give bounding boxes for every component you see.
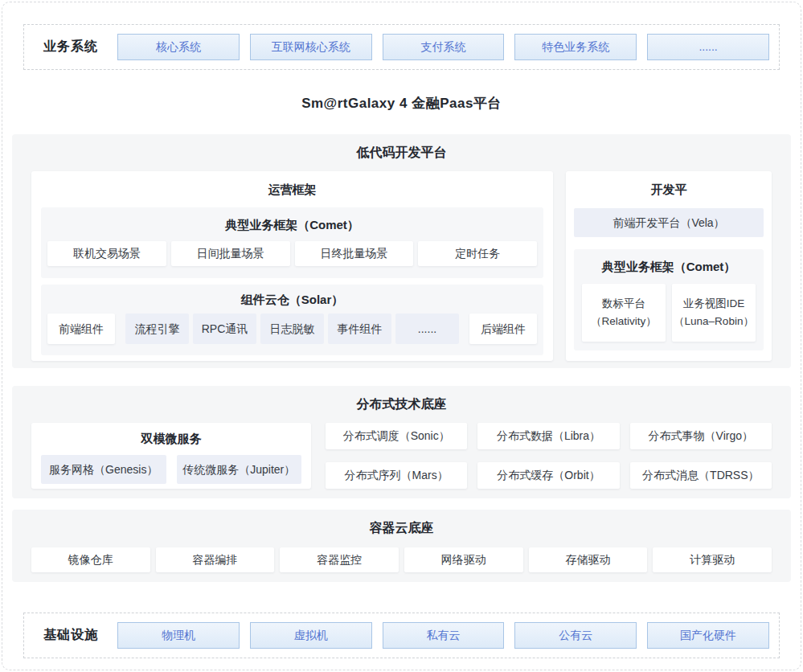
container-cloud-section: 容器云底座 镜像仓库 容器编排 容器监控 网络驱动 存储驱动 计算驱动 [12,510,791,582]
dual-microservices-panel: 双模微服务 服务网格（Genesis） 传统微服务（Jupiter） [31,423,311,489]
business-systems-box: 业务系统 核心系统 互联网核心系统 支付系统 特色业务系统 ...... [23,24,780,70]
solar-warehouse-title: 组件云仓（Solar） [47,292,537,308]
diagram-frame: 业务系统 核心系统 互联网核心系统 支付系统 特色业务系统 ...... Sm@… [2,2,801,670]
dist-capability-item: 分布式消息（TDRSS） [630,462,772,489]
comet-scene-item: 定时任务 [418,241,537,266]
container-items-row: 镜像仓库 容器编排 容器监控 网络驱动 存储驱动 计算驱动 [31,547,772,572]
solar-items-row: 前端组件 流程引擎 RPC通讯 日志脱敏 事件组件 ...... 后端组件 [47,313,537,344]
infra-item-physical: 物理机 [117,622,240,649]
solar-component-item: 流程引擎 [125,313,189,344]
container-capability-item: 存储驱动 [529,547,648,572]
container-capability-item: 计算驱动 [653,547,772,572]
distributed-base-section: 分布式技术底座 双模微服务 服务网格（Genesis） 传统微服务（Jupite… [12,386,791,498]
business-system-item-payment: 支付系统 [383,34,505,60]
dev-comet-title: 典型业务框架（Comet） [582,259,756,275]
dual-microservices-title: 双模微服务 [41,431,301,447]
comet-scene-item: 日间批量场景 [171,241,290,266]
lowcode-platform-title: 低代码开发平台 [31,145,772,161]
dist-capability-item: 分布式缓存（Orbit） [477,462,619,489]
solar-warehouse-panel: 组件云仓（Solar） 前端组件 流程引擎 RPC通讯 日志脱敏 事件组件 ..… [41,285,543,355]
infrastructure-box: 基础设施 物理机 虚拟机 私有云 公有云 国产化硬件 [23,613,780,658]
container-capability-item: 容器编排 [156,547,275,572]
luna-robin-ide-item: 业务视图IDE （Luna–Robin） [672,284,756,342]
container-cloud-title: 容器云底座 [31,520,772,536]
luna-robin-name: 业务视图IDE [672,295,756,313]
business-systems-items: 核心系统 互联网核心系统 支付系统 特色业务系统 ...... [117,34,769,60]
infrastructure-label: 基础设施 [34,627,117,644]
container-capability-item: 网络驱动 [404,547,523,572]
luna-robin-code: （Luna–Robin） [672,313,756,330]
distributed-base-title: 分布式技术底座 [31,396,772,412]
dev-platform-panel: 开发平 前端开发平台（Vela） 典型业务框架（Comet） 数标平台 （Rel… [566,171,772,361]
infra-item-public-cloud: 公有云 [514,622,637,649]
comet-framework-panel: 典型业务框架（Comet） 联机交易场景 日间批量场景 日终批量场景 定时任务 [41,207,543,278]
distributed-capabilities-grid: 分布式调度（Sonic） 分布式数据（Libra） 分布式事物（Virgo） 分… [326,423,772,489]
dist-capability-item: 分布式事物（Virgo） [630,423,772,449]
dist-capability-item: 分布式调度（Sonic） [326,423,467,449]
solar-component-item: 日志脱敏 [260,313,324,344]
business-systems-label: 业务系统 [34,39,117,55]
distributed-content: 双模微服务 服务网格（Genesis） 传统微服务（Jupiter） 分布式调度… [31,423,772,489]
infra-item-private-cloud: 私有云 [383,622,505,649]
infra-item-domestic-hw: 国产化硬件 [647,622,769,649]
dist-capability-item: 分布式数据（Libra） [477,423,619,449]
relativity-code: （Relativity） [582,313,666,330]
solar-component-item: RPC通讯 [193,313,256,344]
dev-comet-panel: 典型业务框架（Comet） 数标平台 （Relativity） 业务视图IDE … [574,249,764,350]
infrastructure-items: 物理机 虚拟机 私有云 公有云 国产化硬件 [117,622,769,649]
lowcode-content: 运营框架 典型业务框架（Comet） 联机交易场景 日间批量场景 日终批量场景 … [31,171,772,361]
relativity-platform-item: 数标平台 （Relativity） [582,284,666,342]
solar-component-item-more: ...... [395,313,459,344]
business-system-item-internet-core: 互联网核心系统 [250,34,372,60]
operation-framework-panel: 运营框架 典型业务框架（Comet） 联机交易场景 日间批量场景 日终批量场景 … [31,171,553,361]
dev-platform-title: 开发平 [574,182,764,198]
solar-component-item: 事件组件 [328,313,391,344]
business-system-item-more: ...... [647,34,769,60]
comet-framework-title: 典型业务框架（Comet） [47,217,537,233]
infra-item-vm: 虚拟机 [250,622,372,649]
genesis-service-mesh-item: 服务网格（Genesis） [41,455,166,484]
operation-framework-title: 运营框架 [41,182,543,198]
platform-title: Sm@rtGalaxy 4 金融Paas平台 [12,94,791,113]
dev-comet-items: 数标平台 （Relativity） 业务视图IDE （Luna–Robin） [582,284,756,342]
solar-frontend-item: 前端组件 [47,313,115,344]
microservices-items: 服务网格（Genesis） 传统微服务（Jupiter） [41,455,301,484]
container-capability-item: 镜像仓库 [31,547,150,572]
comet-scene-item: 日终批量场景 [295,241,414,266]
lowcode-platform-section: 低代码开发平台 运营框架 典型业务框架（Comet） 联机交易场景 日间批量场景… [12,134,791,368]
container-capability-item: 容器监控 [280,547,399,572]
relativity-name: 数标平台 [582,295,666,313]
vela-frontend-platform-item: 前端开发平台（Vela） [574,208,764,237]
business-system-item-special: 特色业务系统 [514,34,637,60]
comet-items-row: 联机交易场景 日间批量场景 日终批量场景 定时任务 [47,241,537,266]
dist-capability-item: 分布式序列（Mars） [326,462,467,489]
comet-scene-item: 联机交易场景 [47,241,166,266]
solar-backend-item: 后端组件 [469,313,537,344]
business-system-item-core: 核心系统 [117,34,240,60]
jupiter-microservice-item: 传统微服务（Jupiter） [177,455,302,484]
